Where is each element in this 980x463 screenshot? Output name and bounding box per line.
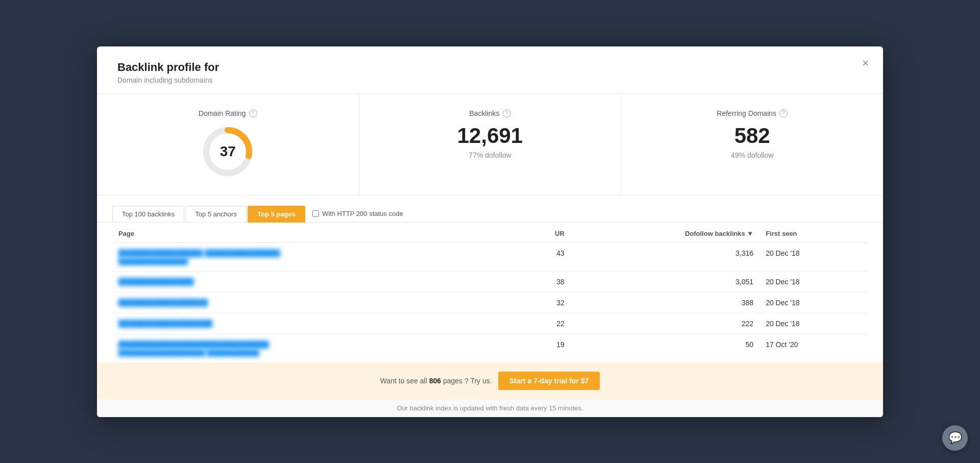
- cell-ur-4: 19: [520, 334, 571, 362]
- backlinks-help-icon[interactable]: ?: [503, 109, 511, 117]
- table-row: ██████████████████ █████████████████████…: [112, 242, 868, 271]
- cell-ur-1: 38: [520, 271, 571, 292]
- cell-dofollow-3: 222: [571, 313, 760, 334]
- page-url-sub-0[interactable]: ████████████████: [118, 258, 513, 265]
- http200-checkbox[interactable]: [312, 210, 319, 217]
- domain-rating-block: Domain Rating ? 37: [97, 94, 359, 195]
- cell-dofollow-2: 388: [571, 292, 760, 313]
- page-url-main-2[interactable]: ███████████████████: [118, 299, 513, 306]
- page-url-main-4[interactable]: ████████████████████████████████: [118, 340, 513, 348]
- metrics-row: Domain Rating ? 37 Backlinks ? 12,691: [97, 94, 883, 196]
- cell-first-seen-1: 20 Dec '18: [760, 271, 868, 292]
- page-url-main-3[interactable]: ████████████████████: [118, 320, 513, 327]
- chat-bubble-button[interactable]: 💬: [942, 425, 968, 451]
- tab-top5-anchors[interactable]: Top 5 anchors: [185, 206, 247, 223]
- page-url-main-1[interactable]: ████████████████: [118, 278, 513, 285]
- modal-title: Backlink profile for: [117, 61, 863, 74]
- domain-rating-chart: 37: [200, 124, 256, 180]
- referring-domains-label: Referring Domains ?: [717, 109, 788, 117]
- domain-rating-help-icon[interactable]: ?: [249, 109, 257, 117]
- footer-count: 806: [429, 377, 441, 385]
- cell-page-2: ███████████████████: [112, 292, 520, 313]
- footer-text: Want to see all 806 pages ? Try us.: [380, 377, 492, 385]
- footer-bar: Want to see all 806 pages ? Try us. Star…: [97, 362, 883, 399]
- col-first-seen: First seen: [760, 223, 868, 243]
- backlinks-block: Backlinks ? 12,691 77% dofollow: [359, 94, 622, 195]
- tab-top100-backlinks[interactable]: Top 100 backlinks: [112, 206, 184, 223]
- pages-table: Page UR Dofollow backlinks ▼ First seen …: [112, 223, 868, 362]
- referring-domains-sub: 49% dofollow: [731, 151, 773, 159]
- modal-container: Backlink profile for Domain including su…: [97, 46, 883, 417]
- table-row: ████████████████████████████████████████…: [112, 334, 868, 362]
- page-url-sub-4[interactable]: ████████████████████ ████████████: [118, 349, 513, 356]
- background: Backlink profile for Domain including su…: [0, 0, 980, 463]
- referring-domains-block: Referring Domains ? 582 49% dofollow: [621, 94, 883, 195]
- modal-header: Backlink profile for Domain including su…: [97, 46, 883, 94]
- col-page: Page: [112, 223, 520, 243]
- table-row: ███████████████████3238820 Dec '18: [112, 292, 868, 313]
- cell-page-1: ████████████████: [112, 271, 520, 292]
- backlinks-value: 12,691: [457, 124, 523, 148]
- modal-subtitle: Domain including subdomains: [117, 76, 863, 84]
- table-section: Page UR Dofollow backlinks ▼ First seen …: [97, 223, 883, 362]
- cell-page-0: ██████████████████ █████████████████████…: [112, 242, 520, 271]
- cell-first-seen-4: 17 Oct '20: [760, 334, 868, 362]
- cell-first-seen-0: 20 Dec '18: [760, 242, 868, 271]
- cell-ur-3: 22: [520, 313, 571, 334]
- tabs-row: Top 100 backlinks Top 5 anchors Top 5 pa…: [97, 196, 883, 223]
- http200-checkbox-label[interactable]: With HTTP 200 status code: [312, 210, 403, 217]
- cell-dofollow-0: 3,316: [571, 242, 760, 271]
- cell-page-3: ████████████████████: [112, 313, 520, 334]
- table-header-row: Page UR Dofollow backlinks ▼ First seen: [112, 223, 868, 243]
- cell-dofollow-4: 50: [571, 334, 760, 362]
- page-url-main-0[interactable]: ██████████████████ ████████████████: [118, 249, 513, 257]
- cell-dofollow-1: 3,051: [571, 271, 760, 292]
- cell-page-4: ████████████████████████████████████████…: [112, 334, 520, 362]
- referring-domains-value: 582: [734, 124, 770, 148]
- backlinks-sub: 77% dofollow: [469, 151, 511, 159]
- col-ur: UR: [520, 223, 571, 243]
- referring-domains-help-icon[interactable]: ?: [779, 109, 788, 117]
- close-button[interactable]: ×: [858, 56, 873, 71]
- domain-rating-value: 37: [200, 124, 256, 180]
- domain-rating-label: Domain Rating ?: [199, 109, 257, 117]
- cell-ur-0: 43: [520, 242, 571, 271]
- cell-ur-2: 32: [520, 292, 571, 313]
- trial-cta-button[interactable]: Start a 7-day trial for $7: [498, 372, 600, 390]
- cell-first-seen-2: 20 Dec '18: [760, 292, 868, 313]
- footer-note: Our backlink index is updated with fresh…: [97, 399, 883, 417]
- chat-icon: 💬: [948, 431, 962, 445]
- table-row: ████████████████383,05120 Dec '18: [112, 271, 868, 292]
- backlinks-label: Backlinks ?: [469, 109, 510, 117]
- table-row: ████████████████████2222220 Dec '18: [112, 313, 868, 334]
- col-dofollow[interactable]: Dofollow backlinks ▼: [571, 223, 760, 243]
- cell-first-seen-3: 20 Dec '18: [760, 313, 868, 334]
- tab-top5-pages[interactable]: Top 5 pages: [248, 206, 305, 223]
